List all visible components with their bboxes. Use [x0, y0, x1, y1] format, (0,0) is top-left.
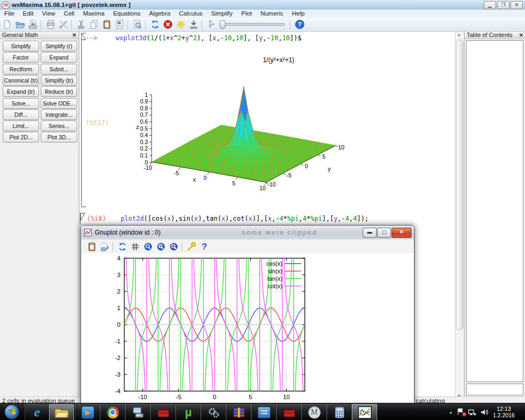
- options-icon[interactable]: [185, 241, 197, 252]
- gm-button-expand[interactable]: Expand: [41, 52, 77, 63]
- gm-button-plot-2d[interactable]: Plot 2D...: [3, 132, 39, 142]
- export-image-icon[interactable]: [99, 241, 110, 252]
- taskbar-media-player[interactable]: ▶: [75, 404, 100, 420]
- taskbar-settings-gears[interactable]: [201, 404, 226, 420]
- taskbar-toolbox[interactable]: [151, 404, 176, 420]
- replot-icon[interactable]: [116, 241, 128, 252]
- taskbar-toolbox-2[interactable]: [276, 404, 302, 420]
- zoom-previous-icon[interactable]: [155, 241, 167, 252]
- find-icon[interactable]: [131, 19, 143, 30]
- animation-slider-knob[interactable]: [220, 20, 226, 29]
- menu-view[interactable]: View: [38, 10, 59, 18]
- gm-button-solve[interactable]: Solve...: [3, 98, 39, 109]
- save-icon[interactable]: [27, 19, 39, 30]
- gm-button-reduce-tr[interactable]: Reduce (tr): [41, 86, 77, 97]
- zoom-autoscale-icon[interactable]: [168, 241, 179, 252]
- worksheet-scrollbar[interactable]: ▲ ▼: [455, 31, 463, 401]
- gnuplot-minimize-button[interactable]: ▬: [363, 228, 377, 238]
- menu-plot[interactable]: Plot: [237, 10, 256, 18]
- paste-icon[interactable]: [101, 19, 112, 30]
- gnuplot-maximize-button[interactable]: ▢: [377, 228, 391, 238]
- gm-button-limit[interactable]: Limit...: [3, 121, 39, 131]
- menu-file[interactable]: File: [0, 10, 19, 18]
- taskbar-internet-explorer[interactable]: e: [25, 404, 49, 420]
- follow-evaluation-icon[interactable]: [188, 19, 199, 30]
- gm-button-simplify-tr[interactable]: Simplify (tr): [41, 75, 77, 86]
- gm-button-simplify[interactable]: Simplify: [3, 41, 39, 51]
- taskbar-start-button[interactable]: [1, 404, 22, 419]
- menu-numeric[interactable]: Numeric: [256, 10, 288, 18]
- scroll-up-icon[interactable]: ▲: [456, 32, 462, 38]
- taskbar-calculator[interactable]: [327, 404, 352, 420]
- gnuplot-titlebar[interactable]: Gnuplot (window id : 0) some were clippe…: [81, 226, 414, 240]
- print-icon[interactable]: [44, 19, 56, 30]
- toggle-grid-icon[interactable]: [129, 241, 141, 252]
- open-icon[interactable]: [14, 19, 26, 30]
- menu-algebra[interactable]: Algebra: [145, 10, 175, 18]
- gnuplot-window[interactable]: Gnuplot (window id : 0) some were clippe…: [80, 225, 415, 408]
- panel-close-icon[interactable]: ✕: [72, 32, 77, 38]
- close-button[interactable]: ✕: [511, 1, 523, 9]
- volume-icon[interactable]: [481, 409, 489, 416]
- cell2-prompt: (%i8): [87, 215, 106, 222]
- format-text-icon[interactable]: [114, 19, 125, 30]
- tray-expand-icon[interactable]: ▲: [449, 410, 453, 414]
- recalculate-icon[interactable]: [149, 19, 161, 30]
- new-document-icon[interactable]: [1, 19, 13, 30]
- menu-help[interactable]: Help: [288, 10, 309, 18]
- cut-icon[interactable]: [75, 19, 87, 30]
- input-cell-2[interactable]: (%i8)plot2d([cos(x),sin(x),tan(x),cot(x)…: [87, 215, 369, 222]
- gm-button-simplify-r[interactable]: Simplify (r): [41, 41, 77, 51]
- taskbar-utorrent[interactable]: µ: [176, 404, 201, 420]
- svg-text:cot(x): cot(x): [268, 283, 283, 289]
- gnuplot-close-button[interactable]: ✕: [392, 228, 411, 238]
- cursor-icon[interactable]: [205, 19, 217, 30]
- preferences-icon[interactable]: [57, 19, 69, 30]
- wxmaxima-icon: M: [2, 1, 10, 9]
- gm-button-solve-ode[interactable]: Solve ODE...: [41, 98, 77, 109]
- toc-filter-input[interactable]: [466, 384, 523, 395]
- gm-button-rectform[interactable]: Rectform: [3, 64, 39, 74]
- animation-slider[interactable]: [220, 23, 284, 26]
- taskbar-gnuplot[interactable]: [352, 404, 377, 420]
- menu-equations[interactable]: Equations: [109, 10, 145, 18]
- taskbar-control-panel[interactable]: [251, 404, 276, 420]
- taskbar-devices[interactable]: [125, 404, 151, 420]
- gm-button-expand-tr[interactable]: Expand (tr): [3, 86, 39, 97]
- zoom-icon[interactable]: [142, 241, 154, 252]
- gm-button-canonical-tr[interactable]: Canonical (tr): [3, 75, 39, 86]
- gm-button-plot-3d[interactable]: Plot 3D...: [41, 132, 77, 142]
- input-cell-1[interactable]: -->wxplot3d(1/(1+x^2+y^2), [x,-10,10], […: [86, 34, 302, 42]
- wxmaxima-titlebar: M wxMaxima 15.08.1+git [ povzetek.wxmx ]…: [0, 0, 525, 10]
- taskbar-maxima[interactable]: M: [302, 404, 327, 420]
- toc-close-icon[interactable]: ✕: [519, 32, 523, 38]
- gm-button-series[interactable]: Series...: [41, 121, 77, 131]
- gm-button-factor[interactable]: Factor: [3, 52, 39, 63]
- stop-icon[interactable]: [162, 19, 174, 30]
- minimize-button[interactable]: ▁: [484, 1, 496, 9]
- gm-button-diff[interactable]: Diff...: [3, 109, 39, 120]
- menu-cell[interactable]: Cell: [59, 10, 79, 18]
- menu-edit[interactable]: Edit: [19, 10, 38, 18]
- copy-clipboard-icon[interactable]: [86, 241, 98, 252]
- animate-icon[interactable]: [175, 19, 186, 30]
- svg-text:tan(x): tan(x): [267, 275, 282, 282]
- gm-button-subst[interactable]: Subst...: [41, 64, 77, 74]
- scrollbar-thumb[interactable]: [456, 40, 463, 330]
- restore-button[interactable]: ❐: [497, 1, 509, 9]
- taskbar-chrome[interactable]: [100, 404, 125, 420]
- menu-calculus[interactable]: Calculus: [175, 10, 207, 18]
- menu-simplify[interactable]: Simplify: [207, 10, 237, 18]
- copy-icon[interactable]: [88, 19, 100, 30]
- svg-text:-10: -10: [138, 394, 147, 400]
- taskbar-file-explorer[interactable]: [49, 404, 74, 420]
- network-icon[interactable]: [468, 409, 476, 416]
- tray-clock[interactable]: 12:131.2.2016: [493, 406, 515, 418]
- taskbar-winrar[interactable]: [226, 404, 251, 420]
- gm-button-integrate[interactable]: Integrate...: [41, 109, 77, 120]
- action-center-flag-icon[interactable]: ✕: [457, 408, 464, 416]
- help-icon[interactable]: ?: [198, 241, 210, 252]
- menu-maxima[interactable]: Maxima: [79, 10, 109, 18]
- help-icon[interactable]: ?: [294, 19, 305, 30]
- toc-list[interactable]: [466, 40, 523, 382]
